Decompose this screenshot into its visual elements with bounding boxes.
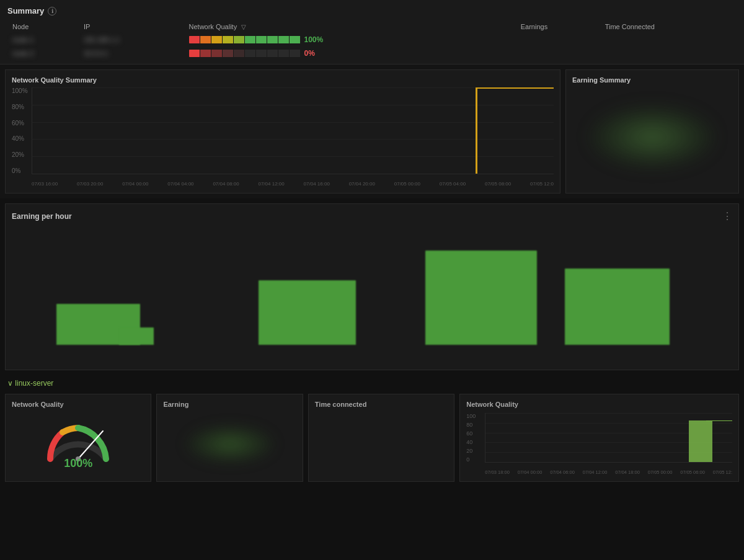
gauge-value: 100%: [64, 457, 92, 470]
cell-ip: 192.168.1.1: [79, 33, 184, 47]
eph-bar: [425, 251, 537, 345]
nq-gauge-title: Network Quality: [12, 401, 144, 408]
eph-bar: [259, 280, 356, 345]
info-icon[interactable]: ℹ: [48, 7, 56, 16]
nq-small-x-label: 07/04 00:00: [518, 469, 542, 475]
nq-small-spike: [689, 420, 712, 462]
earning-card-title: Earning: [163, 401, 296, 408]
nq-small-x-label: 07/05 12:: [713, 469, 732, 475]
nq-small-x-label: 07/04 18:00: [615, 469, 640, 475]
cell-nq: 0%: [184, 47, 516, 60]
summary-label: Summary: [7, 6, 44, 16]
earning-card-content: [163, 413, 296, 475]
x-label: 07/04 08:00: [213, 181, 239, 187]
nq-top-line: [476, 87, 554, 89]
linux-server-header[interactable]: linux-server: [5, 375, 739, 391]
x-label: 07/03 16:00: [32, 181, 58, 187]
cell-earnings: [516, 33, 600, 47]
summary-section: Summary ℹ Node IP Network Quality ▽ Earn…: [0, 0, 744, 64]
eph-chart: [12, 227, 732, 363]
x-label: 07/04 04:00: [167, 181, 193, 187]
table-row: node-210.0.0.10%: [7, 47, 737, 60]
nq-small-chart-content: [485, 413, 732, 463]
nq-small-x-label: 07/03 18:00: [485, 469, 510, 475]
summary-table: Node IP Network Quality ▽ Earnings Time …: [7, 20, 737, 60]
time-connected-title: Time connected: [315, 401, 448, 408]
nq-small-x-label: 07/05 00:00: [648, 469, 673, 475]
x-label: 07/05 04:00: [440, 181, 466, 187]
x-label: 07/05 08:00: [485, 181, 511, 187]
x-label: 07/04 00:00: [122, 181, 148, 187]
nq-small-y-label: 40: [466, 439, 484, 445]
cell-time: [600, 47, 737, 60]
cell-earnings: [516, 47, 600, 60]
time-connected-content: [315, 413, 448, 475]
eph-bar: [565, 269, 670, 345]
summary-title-row: Summary ℹ: [7, 6, 737, 16]
col-earnings: Earnings: [516, 20, 600, 33]
eph-content: [35, 227, 732, 345]
nq-small-y: 100806040200: [466, 413, 484, 463]
cell-node: node-2: [7, 47, 79, 60]
col-time: Time Connected: [600, 20, 737, 33]
nq-small-y-label: 80: [466, 422, 484, 428]
nq-small-x-label: 07/05 06:00: [680, 469, 705, 475]
x-label: 07/05 00:00: [394, 181, 420, 187]
col-nq: Network Quality ▽: [184, 20, 516, 33]
earning-summary-blob: [590, 106, 714, 168]
gauge-svg: [41, 419, 115, 462]
eph-bar: [119, 327, 154, 345]
col-node: Node: [7, 20, 79, 33]
earning-summary-content: [572, 87, 732, 187]
eph-header: Earning per hour ⋮: [12, 210, 732, 222]
nq-small-y-label: 20: [466, 448, 484, 454]
x-label: 07/03 20:00: [77, 181, 103, 187]
y-label: 0%: [12, 167, 32, 174]
nq-chart-content: [32, 87, 554, 174]
earning-card: Earning: [156, 394, 303, 482]
nq-chart-area: 100%80%60%40%20%0% 07/03 16:0007/03 20:0…: [12, 87, 554, 187]
x-label: 07/04 16:00: [304, 181, 330, 187]
y-label: 40%: [12, 135, 32, 142]
nq-summary-title: Network Quality Summary: [12, 76, 554, 84]
earning-blob: [187, 425, 273, 463]
eph-y-labels: [12, 227, 35, 345]
charts-row: Network Quality Summary 100%80%60%40%20%…: [0, 64, 744, 198]
metric-cards: Network Quality 100% Earning: [5, 394, 739, 482]
y-label: 20%: [12, 151, 32, 158]
cell-node: node-1: [7, 33, 79, 47]
col-ip: IP: [79, 20, 184, 33]
nq-summary-panel: Network Quality Summary 100%80%60%40%20%…: [5, 69, 560, 193]
y-label: 60%: [12, 120, 32, 127]
nq-small-x: 07/03 18:0007/04 00:0007/04 06:0007/04 1…: [485, 464, 732, 475]
table-row: node-1192.168.1.1100%: [7, 33, 737, 47]
nq-small-y-label: 60: [466, 430, 484, 437]
y-label: 80%: [12, 104, 32, 110]
nq-small-y-label: 0: [466, 456, 484, 463]
nq-chart-card: Network Quality 100806040200 07/03 18:00…: [459, 394, 739, 482]
x-label: 07/04 20:00: [349, 181, 375, 187]
gauge-container: 100%: [12, 413, 144, 475]
nq-x-labels: 07/03 16:0007/03 20:0007/04 00:0007/04 0…: [32, 176, 554, 187]
x-label: 07/05 12:0: [530, 181, 554, 187]
nq-small-chart: 100806040200 07/03 18:0007/04 00:0007/04…: [466, 413, 732, 475]
filter-icon[interactable]: ▽: [241, 24, 246, 30]
time-connected-card: Time connected: [308, 394, 454, 482]
x-label: 07/04 12:00: [258, 181, 284, 187]
earning-per-hour-section: Earning per hour ⋮: [5, 203, 739, 370]
nq-chart-card-title: Network Quality: [466, 401, 732, 408]
nq-small-y-label: 100: [466, 413, 484, 419]
cell-ip: 10.0.0.1: [79, 47, 184, 60]
y-label: 100%: [12, 87, 32, 94]
cell-nq: 100%: [184, 33, 516, 47]
table-header-row: Node IP Network Quality ▽ Earnings Time …: [7, 20, 737, 33]
nq-small-x-label: 07/04 06:00: [550, 469, 575, 475]
three-dots-menu[interactable]: ⋮: [722, 210, 732, 222]
nq-spike-bar: [476, 87, 477, 174]
earning-summary-title: Earning Summary: [572, 76, 732, 84]
eph-title: Earning per hour: [12, 212, 72, 221]
nq-gauge-card: Network Quality 100%: [5, 394, 151, 482]
nq-small-x-label: 07/04 12:00: [583, 469, 608, 475]
cell-time: [600, 33, 737, 47]
nq-y-labels: 100%80%60%40%20%0%: [12, 87, 32, 174]
